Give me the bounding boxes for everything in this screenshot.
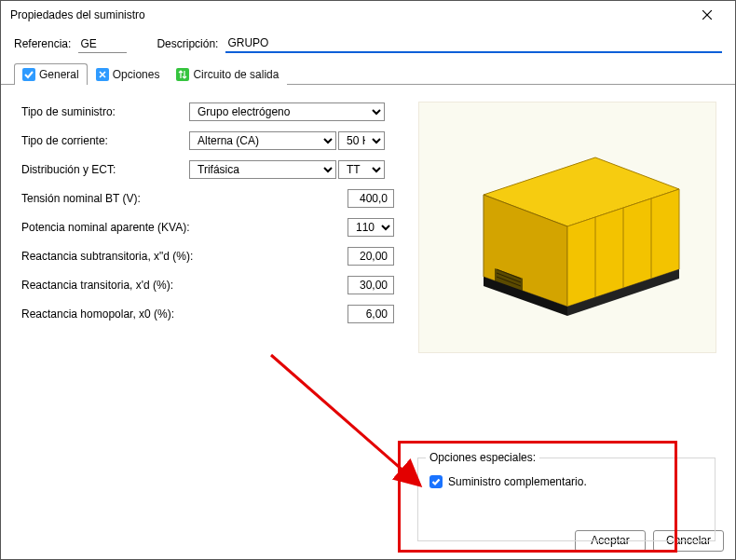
descripcion-input[interactable] — [225, 34, 722, 53]
titlebar: Propiedades del suministro — [1, 1, 735, 29]
row-tension: Tensión nominal BT (V): — [21, 188, 394, 209]
check-icon — [22, 68, 35, 81]
react-trans-input[interactable] — [348, 276, 394, 294]
react-homo-input[interactable] — [348, 305, 394, 323]
opciones-especiales-group: Opciones especiales: Suministro compleme… — [417, 458, 716, 541]
referencia-input[interactable] — [78, 35, 127, 53]
form-column: Tipo de suministro: Grupo electrógeno Ti… — [21, 102, 394, 512]
close-icon — [702, 10, 712, 20]
tipo-corriente-select[interactable]: Alterna (CA) — [189, 131, 336, 150]
header-fields: Referencia: Descripción: — [1, 29, 735, 62]
row-distribucion: Distribución y ECT: Trifásica TT — [21, 159, 394, 180]
tab-circuito[interactable]: Circuito de salida — [168, 63, 287, 85]
checkbox-checked-icon — [429, 475, 443, 488]
generator-illustration — [446, 130, 688, 325]
distribucion-label: Distribución y ECT: — [21, 163, 189, 176]
row-tipo-corriente: Tipo de corriente: Alterna (CA) 50 Hz — [21, 130, 394, 151]
tab-general-label: General — [39, 68, 79, 81]
distribucion-select[interactable]: Trifásica — [189, 160, 336, 179]
dialog-window: Propiedades del suministro Referencia: D… — [0, 0, 736, 560]
tab-circuito-label: Circuito de salida — [193, 68, 279, 81]
row-react-sub: Reactancia subtransitoria, x"d (%): — [21, 246, 394, 266]
opciones-especiales-legend: Opciones especiales: — [426, 451, 539, 464]
tipo-suministro-select[interactable]: Grupo electrógeno — [189, 102, 385, 121]
react-trans-label: Reactancia transitoria, x'd (%): — [21, 279, 301, 292]
tension-input[interactable] — [348, 189, 394, 208]
tab-opciones-label: Opciones — [113, 68, 160, 81]
row-tipo-suministro: Tipo de suministro: Grupo electrógeno — [21, 102, 394, 122]
descripcion-label: Descripción: — [157, 37, 218, 50]
potencia-label: Potencia nominal aparente (KVA): — [21, 221, 301, 234]
react-homo-label: Reactancia homopolar, x0 (%): — [21, 307, 301, 321]
suministro-complementario-checkbox[interactable]: Suministro complementario. — [429, 475, 587, 488]
row-potencia: Potencia nominal aparente (KVA): 110 — [21, 217, 394, 238]
tabstrip: General Opciones Circuito de salida — [1, 62, 735, 85]
ect-select[interactable]: TT — [338, 160, 385, 179]
potencia-select[interactable]: 110 — [348, 218, 394, 237]
tipo-corriente-label: Tipo de corriente: — [21, 134, 189, 147]
referencia-label: Referencia: — [14, 37, 71, 50]
row-react-homo: Reactancia homopolar, x0 (%): — [21, 304, 394, 324]
preview-3d — [418, 102, 716, 353]
tab-content: Tipo de suministro: Grupo electrógeno Ti… — [1, 85, 735, 522]
react-sub-input[interactable] — [348, 247, 394, 266]
tension-label: Tensión nominal BT (V): — [21, 192, 301, 205]
row-react-trans: Reactancia transitoria, x'd (%): — [21, 275, 394, 295]
react-sub-label: Reactancia subtransitoria, x"d (%): — [21, 250, 301, 263]
arrows-icon — [176, 68, 189, 81]
suministro-complementario-label: Suministro complementario. — [448, 475, 587, 488]
tools-icon — [96, 68, 109, 81]
tab-general[interactable]: General — [14, 63, 88, 85]
tipo-suministro-label: Tipo de suministro: — [21, 105, 189, 118]
close-button[interactable] — [688, 2, 726, 28]
tab-opciones[interactable]: Opciones — [88, 63, 169, 85]
window-title: Propiedades del suministro — [10, 8, 145, 21]
frecuencia-select[interactable]: 50 Hz — [338, 131, 385, 150]
